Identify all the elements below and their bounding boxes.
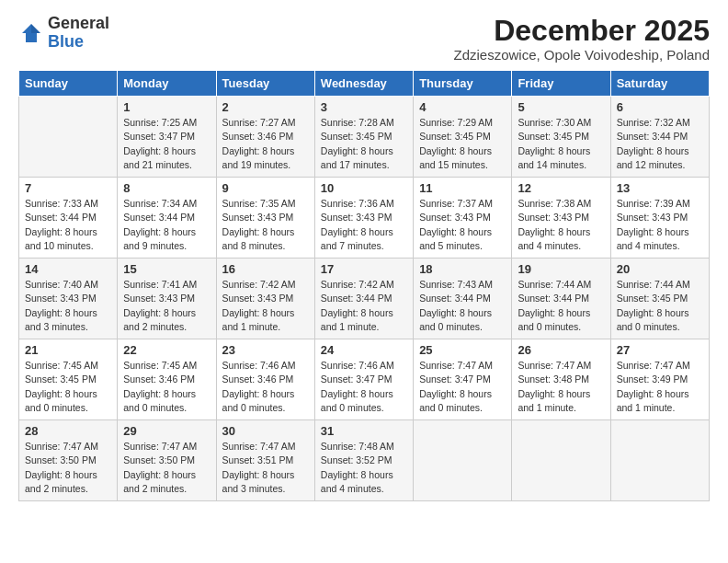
calendar-cell: 19Sunrise: 7:44 AMSunset: 3:44 PMDayligh…: [512, 259, 610, 339]
day-number: 22: [123, 343, 210, 357]
calendar-cell: [414, 420, 512, 501]
calendar-cell: 6Sunrise: 7:32 AMSunset: 3:44 PMDaylight…: [610, 97, 709, 178]
calendar-cell: [610, 420, 709, 501]
calendar-cell: [19, 97, 118, 178]
day-detail: Sunrise: 7:39 AMSunset: 3:43 PMDaylight:…: [617, 197, 703, 253]
week-row-4: 21Sunrise: 7:45 AMSunset: 3:45 PMDayligh…: [19, 339, 710, 420]
calendar-cell: 20Sunrise: 7:44 AMSunset: 3:45 PMDayligh…: [610, 259, 709, 339]
day-number: 15: [123, 262, 210, 276]
day-number: 30: [222, 424, 309, 438]
day-detail: Sunrise: 7:41 AMSunset: 3:43 PMDaylight:…: [123, 278, 210, 334]
calendar-cell: 9Sunrise: 7:35 AMSunset: 3:43 PMDaylight…: [216, 178, 314, 259]
day-detail: Sunrise: 7:47 AMSunset: 3:47 PMDaylight:…: [419, 359, 506, 415]
day-number: 21: [25, 343, 111, 357]
day-number: 27: [617, 343, 703, 357]
day-number: 12: [518, 181, 604, 195]
calendar-cell: 13Sunrise: 7:39 AMSunset: 3:43 PMDayligh…: [610, 178, 709, 259]
calendar-cell: 7Sunrise: 7:33 AMSunset: 3:44 PMDaylight…: [19, 178, 118, 259]
calendar-cell: 14Sunrise: 7:40 AMSunset: 3:43 PMDayligh…: [19, 259, 118, 339]
page-subtitle: Zdzieszowice, Opole Voivodeship, Poland: [454, 47, 711, 63]
week-row-2: 7Sunrise: 7:33 AMSunset: 3:44 PMDaylight…: [19, 178, 710, 259]
calendar-cell: 5Sunrise: 7:30 AMSunset: 3:45 PMDaylight…: [512, 97, 610, 178]
day-detail: Sunrise: 7:44 AMSunset: 3:45 PMDaylight:…: [617, 278, 703, 334]
calendar-cell: 16Sunrise: 7:42 AMSunset: 3:43 PMDayligh…: [216, 259, 314, 339]
day-number: 29: [123, 424, 210, 438]
column-header-sunday: Sunday: [19, 71, 118, 97]
day-detail: Sunrise: 7:47 AMSunset: 3:49 PMDaylight:…: [617, 359, 703, 415]
column-header-friday: Friday: [512, 71, 610, 97]
logo: General Blue: [18, 15, 109, 52]
calendar-cell: 25Sunrise: 7:47 AMSunset: 3:47 PMDayligh…: [414, 339, 512, 420]
day-number: 14: [25, 262, 111, 276]
day-number: 16: [222, 262, 309, 276]
calendar-cell: 4Sunrise: 7:29 AMSunset: 3:45 PMDaylight…: [414, 97, 512, 178]
calendar-cell: 17Sunrise: 7:42 AMSunset: 3:44 PMDayligh…: [314, 259, 413, 339]
day-detail: Sunrise: 7:30 AMSunset: 3:45 PMDaylight:…: [518, 116, 604, 172]
day-detail: Sunrise: 7:48 AMSunset: 3:52 PMDaylight:…: [321, 440, 407, 496]
calendar-cell: 26Sunrise: 7:47 AMSunset: 3:48 PMDayligh…: [512, 339, 610, 420]
day-detail: Sunrise: 7:46 AMSunset: 3:47 PMDaylight:…: [321, 359, 407, 415]
day-number: 13: [617, 181, 703, 195]
calendar-cell: 28Sunrise: 7:47 AMSunset: 3:50 PMDayligh…: [19, 420, 118, 501]
day-number: 4: [419, 100, 506, 114]
day-detail: Sunrise: 7:36 AMSunset: 3:43 PMDaylight:…: [321, 197, 407, 253]
calendar-cell: 1Sunrise: 7:25 AMSunset: 3:47 PMDaylight…: [118, 97, 216, 178]
title-block: December 2025 Zdzieszowice, Opole Voivod…: [454, 15, 711, 63]
day-number: 18: [419, 262, 506, 276]
day-detail: Sunrise: 7:35 AMSunset: 3:43 PMDaylight:…: [222, 197, 309, 253]
day-number: 7: [25, 181, 111, 195]
day-detail: Sunrise: 7:42 AMSunset: 3:43 PMDaylight:…: [222, 278, 309, 334]
day-detail: Sunrise: 7:45 AMSunset: 3:45 PMDaylight:…: [25, 359, 111, 415]
column-header-saturday: Saturday: [610, 71, 709, 97]
calendar-cell: 24Sunrise: 7:46 AMSunset: 3:47 PMDayligh…: [314, 339, 413, 420]
day-detail: Sunrise: 7:47 AMSunset: 3:48 PMDaylight:…: [518, 359, 604, 415]
day-detail: Sunrise: 7:34 AMSunset: 3:44 PMDaylight:…: [123, 197, 210, 253]
day-detail: Sunrise: 7:25 AMSunset: 3:47 PMDaylight:…: [123, 116, 210, 172]
page-title: December 2025: [454, 15, 711, 47]
calendar-cell: 27Sunrise: 7:47 AMSunset: 3:49 PMDayligh…: [610, 339, 709, 420]
logo-icon: [18, 20, 44, 46]
calendar-cell: 30Sunrise: 7:47 AMSunset: 3:51 PMDayligh…: [216, 420, 314, 501]
calendar-table: SundayMondayTuesdayWednesdayThursdayFrid…: [18, 70, 710, 501]
day-number: 8: [123, 181, 210, 195]
day-number: 3: [321, 100, 407, 114]
column-header-tuesday: Tuesday: [216, 71, 314, 97]
calendar-cell: 2Sunrise: 7:27 AMSunset: 3:46 PMDaylight…: [216, 97, 314, 178]
day-number: 28: [25, 424, 111, 438]
logo-general-text: General: [48, 14, 109, 32]
day-number: 26: [518, 343, 604, 357]
calendar-cell: 29Sunrise: 7:47 AMSunset: 3:50 PMDayligh…: [118, 420, 216, 501]
column-header-monday: Monday: [118, 71, 216, 97]
day-number: 24: [321, 343, 407, 357]
calendar-cell: 10Sunrise: 7:36 AMSunset: 3:43 PMDayligh…: [314, 178, 413, 259]
day-number: 5: [518, 100, 604, 114]
column-header-wednesday: Wednesday: [314, 71, 413, 97]
calendar-cell: 8Sunrise: 7:34 AMSunset: 3:44 PMDaylight…: [118, 178, 216, 259]
day-detail: Sunrise: 7:47 AMSunset: 3:51 PMDaylight:…: [222, 440, 309, 496]
day-detail: Sunrise: 7:46 AMSunset: 3:46 PMDaylight:…: [222, 359, 309, 415]
day-number: 6: [617, 100, 703, 114]
day-number: 2: [222, 100, 309, 114]
day-number: 1: [123, 100, 210, 114]
week-row-5: 28Sunrise: 7:47 AMSunset: 3:50 PMDayligh…: [19, 420, 710, 501]
column-header-thursday: Thursday: [414, 71, 512, 97]
day-number: 19: [518, 262, 604, 276]
day-detail: Sunrise: 7:44 AMSunset: 3:44 PMDaylight:…: [518, 278, 604, 334]
svg-marker-1: [31, 24, 40, 33]
calendar-cell: 3Sunrise: 7:28 AMSunset: 3:45 PMDaylight…: [314, 97, 413, 178]
day-number: 17: [321, 262, 407, 276]
day-detail: Sunrise: 7:40 AMSunset: 3:43 PMDaylight:…: [25, 278, 111, 334]
logo-blue-text: Blue: [48, 32, 84, 51]
week-row-3: 14Sunrise: 7:40 AMSunset: 3:43 PMDayligh…: [19, 259, 710, 339]
day-number: 10: [321, 181, 407, 195]
day-number: 20: [617, 262, 703, 276]
calendar-cell: 21Sunrise: 7:45 AMSunset: 3:45 PMDayligh…: [19, 339, 118, 420]
day-detail: Sunrise: 7:47 AMSunset: 3:50 PMDaylight:…: [25, 440, 111, 496]
day-detail: Sunrise: 7:27 AMSunset: 3:46 PMDaylight:…: [222, 116, 309, 172]
week-row-1: 1Sunrise: 7:25 AMSunset: 3:47 PMDaylight…: [19, 97, 710, 178]
day-number: 23: [222, 343, 309, 357]
calendar-header-row: SundayMondayTuesdayWednesdayThursdayFrid…: [19, 71, 710, 97]
day-detail: Sunrise: 7:28 AMSunset: 3:45 PMDaylight:…: [321, 116, 407, 172]
day-detail: Sunrise: 7:37 AMSunset: 3:43 PMDaylight:…: [419, 197, 506, 253]
day-detail: Sunrise: 7:32 AMSunset: 3:44 PMDaylight:…: [617, 116, 703, 172]
